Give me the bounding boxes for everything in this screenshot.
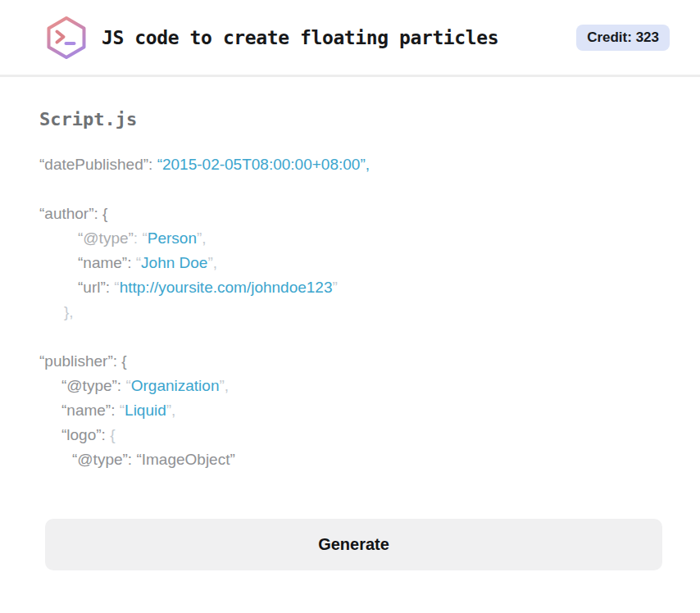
page-title: JS code to create floating particles bbox=[102, 27, 498, 48]
credit-badge: Credit: 323 bbox=[576, 25, 670, 51]
code-segment: “publisher”: { bbox=[39, 352, 127, 370]
header: JS code to create floating particles Cre… bbox=[0, 0, 700, 77]
code-segment: http://yoursite.com/johndoe123 bbox=[120, 279, 333, 296]
code-block: “datePublished”: “2015-02-05T08:00:00+08… bbox=[39, 152, 662, 472]
code-segment: “@type” bbox=[78, 229, 134, 247]
code-segment: Liquid bbox=[125, 402, 166, 419]
code-segment: John Doe bbox=[141, 254, 207, 271]
code-segment: Organization bbox=[131, 377, 220, 394]
code-segment: “@type”: “ImageObject” bbox=[72, 451, 235, 468]
code-segment: “@type”: bbox=[61, 377, 125, 394]
code-line: “publisher”: { bbox=[39, 349, 662, 374]
code-segment: }, bbox=[64, 303, 74, 320]
script-filename: Script.js bbox=[39, 109, 662, 129]
code-line: “@type”: “Person”, bbox=[39, 226, 662, 251]
code-line: “name”: “Liquid”, bbox=[39, 398, 662, 423]
code-segment: “name”: bbox=[78, 254, 136, 271]
code-segment: ” bbox=[333, 279, 338, 296]
code-segment: : bbox=[134, 229, 143, 247]
code-segment: ”, bbox=[166, 402, 176, 419]
code-line: “@type”: “Organization”, bbox=[39, 374, 662, 398]
code-segment: “url”: bbox=[78, 279, 114, 296]
code-segment: “name”: bbox=[61, 402, 120, 419]
code-line bbox=[39, 325, 662, 349]
main-content: Script.js “datePublished”: “2015-02-05T0… bbox=[0, 77, 700, 570]
code-line: “logo”: { bbox=[39, 423, 662, 447]
code-line: }, bbox=[39, 300, 662, 325]
terminal-prompt-hexagon-icon bbox=[45, 16, 88, 60]
code-line: “name”: “John Doe”, bbox=[39, 251, 662, 275]
code-line bbox=[39, 177, 662, 202]
code-segment: { bbox=[110, 426, 115, 443]
code-segment: ”, bbox=[197, 229, 207, 247]
code-line: “author”: { bbox=[39, 202, 662, 226]
code-line: “@type”: “ImageObject” bbox=[39, 447, 662, 472]
code-segment: “2015-02-05T08:00:00+08:00”, bbox=[157, 156, 370, 173]
app-window: JS code to create floating particles Cre… bbox=[0, 0, 700, 570]
code-segment: “logo”: bbox=[61, 426, 110, 443]
code-segment: ”, bbox=[219, 377, 229, 394]
code-line: “datePublished”: “2015-02-05T08:00:00+08… bbox=[39, 152, 662, 177]
code-segment: ”, bbox=[207, 254, 217, 271]
code-segment: Person bbox=[148, 229, 197, 247]
code-segment: “datePublished”: bbox=[39, 156, 157, 173]
code-segment: “author”: { bbox=[39, 205, 107, 222]
generate-button[interactable]: Generate bbox=[45, 519, 662, 570]
code-line: “url”: “http://yoursite.com/johndoe123” bbox=[39, 275, 662, 300]
